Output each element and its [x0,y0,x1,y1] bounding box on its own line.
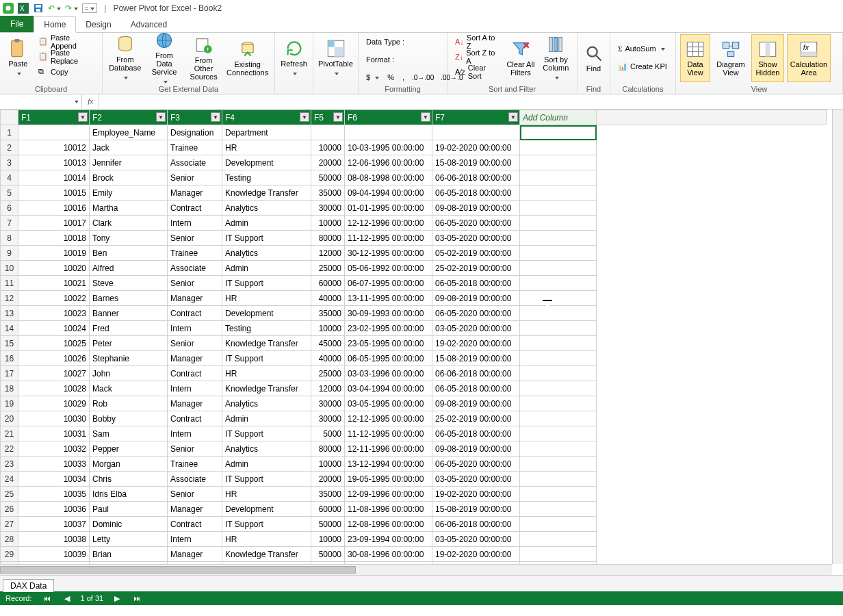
cell[interactable]: 09-08-2019 00:00:00 [432,201,520,216]
row-header[interactable]: 12 [1,291,18,306]
cell[interactable]: 10021 [18,276,90,291]
cell[interactable]: 06-07-1995 00:00:00 [345,276,432,291]
cell[interactable]: Analytics [222,441,311,457]
select-all-corner[interactable] [1,110,18,125]
cell[interactable]: 30-09-1993 00:00:00 [345,306,432,321]
cell[interactable] [520,502,597,517]
table-row[interactable]: 2110031SamInternIT Support500011-12-1995… [1,426,827,441]
cell[interactable]: 11-12-1995 00:00:00 [345,231,432,246]
currency-button[interactable]: $ [363,70,382,85]
copy-button[interactable]: ⧉Copy [35,64,98,79]
save-icon[interactable] [33,3,44,14]
cell[interactable] [520,140,597,155]
cell[interactable]: 12000 [311,381,345,396]
table-row[interactable]: 1210022BarnesManagerHR4000013-11-1995 00… [1,291,827,306]
cell[interactable]: Trainee [168,457,222,472]
cell[interactable]: 10017 [18,216,90,231]
cell[interactable]: 15-08-2019 00:00:00 [432,351,520,366]
row-header[interactable]: 10 [1,261,18,276]
cell[interactable]: 10024 [18,321,90,336]
cell[interactable]: 50000 [311,547,345,562]
cell[interactable]: 10-03-1995 00:00:00 [345,140,432,155]
cell[interactable]: Senior [168,170,222,185]
cell[interactable]: Associate [168,472,222,487]
cell[interactable]: 10016 [18,201,90,216]
cell[interactable]: Testing [222,321,311,336]
table-row[interactable]: 1410024FredInternTesting1000023-02-1995 … [1,321,827,336]
clear-filters-button[interactable]: Clear All Filters [505,34,536,82]
cell[interactable]: John [90,366,168,381]
clear-sort-button[interactable]: A⁄zClear Sort [452,64,502,79]
cell[interactable]: 06-05-2018 00:00:00 [432,185,520,201]
cell[interactable]: 06-06-2018 00:00:00 [432,170,520,185]
cell[interactable]: Intern [168,532,222,547]
row-header[interactable]: 22 [1,441,18,457]
cell[interactable]: 35000 [311,306,345,321]
tab-home[interactable]: Home [34,16,76,33]
cell[interactable]: 03-04-1994 00:00:00 [345,381,432,396]
sort-by-column-button[interactable]: Sort by Column [539,34,573,82]
cell[interactable] [520,336,597,351]
table-row[interactable]: 2410034ChrisAssociateIT Support2000019-0… [1,472,827,487]
cell[interactable]: Fred [90,321,168,336]
cell[interactable] [520,396,597,411]
cell[interactable]: 10032 [18,441,90,457]
table-row[interactable]: 2310033MorganTraineeAdmin1000013-12-1994… [1,457,827,472]
data-grid[interactable]: F1▼F2▼F3▼F4▼F5▼F6▼F7▼Add Column 1Employe… [0,110,843,575]
cell[interactable] [520,231,597,246]
cell[interactable] [520,246,597,261]
table-row[interactable]: 1310023BannerContractDevelopment3500030-… [1,306,827,321]
cell[interactable] [520,216,597,231]
cell[interactable]: Senior [168,336,222,351]
cell[interactable]: Barnes [90,291,168,306]
cell[interactable]: Peter [90,336,168,351]
horizontal-scrollbar[interactable] [0,564,832,575]
cell[interactable]: 50000 [311,517,345,532]
table-row[interactable]: 910019BenTraineeAnalytics1200030-12-1995… [1,246,827,261]
existing-connections-button[interactable]: Existing Connections [224,34,270,82]
paste-button[interactable]: Paste [4,34,32,82]
table-row[interactable]: 2610036PaulManagerDevelopment6000011-08-… [1,502,827,517]
filter-dropdown-icon[interactable]: ▼ [156,112,166,122]
row-header[interactable]: 4 [1,170,18,185]
cell[interactable]: 60000 [311,276,345,291]
table-row[interactable]: 510015EmilyManagerKnowledge Transfer3500… [1,185,827,201]
cell[interactable]: Banner [90,306,168,321]
row-header[interactable]: 20 [1,411,18,426]
cell[interactable]: Contract [168,366,222,381]
cell[interactable]: 05-06-1992 00:00:00 [345,261,432,276]
row-header[interactable]: 6 [1,201,18,216]
cell[interactable]: Manager [168,291,222,306]
cell[interactable]: 30000 [311,201,345,216]
table-row[interactable]: 710017ClarkInternAdmin1000012-12-1996 00… [1,216,827,231]
cell[interactable]: 11-12-1995 00:00:00 [345,426,432,441]
redo-icon[interactable]: ↷ [65,3,78,13]
from-data-service-button[interactable]: From Data Service [146,34,182,82]
cell[interactable]: Jennifer [90,155,168,170]
cell[interactable] [520,155,597,170]
cell[interactable]: 10022 [18,291,90,306]
cell[interactable]: 15-08-2019 00:00:00 [432,502,520,517]
pivottable-button[interactable]: PivotTable [317,34,354,82]
cell[interactable]: 06-05-2020 00:00:00 [432,306,520,321]
cell[interactable] [520,321,597,336]
cell[interactable]: Knowledge Transfer [222,547,311,562]
cell[interactable]: Senior [168,276,222,291]
qat-customize-icon[interactable]: = [82,3,97,13]
cell[interactable] [520,411,597,426]
cell[interactable]: 10020 [18,261,90,276]
cell[interactable]: 10028 [18,381,90,396]
cell[interactable]: Knowledge Transfer [222,185,311,201]
cell[interactable] [520,381,597,396]
cell[interactable] [520,457,597,472]
undo-icon[interactable]: ↶ [48,3,61,13]
cell[interactable]: 10019 [18,246,90,261]
cell[interactable]: 25-02-2019 00:00:00 [432,261,520,276]
table-row[interactable]: 2810038LettyInternHR1000023-09-1994 00:0… [1,532,827,547]
table-row[interactable]: 2910039BrianManagerKnowledge Transfer500… [1,547,827,562]
cell[interactable]: 5000 [311,426,345,441]
cell[interactable]: Associate [168,155,222,170]
cell[interactable]: Bobby [90,411,168,426]
cell[interactable]: 10031 [18,426,90,441]
cell[interactable]: 06-05-2018 00:00:00 [432,381,520,396]
